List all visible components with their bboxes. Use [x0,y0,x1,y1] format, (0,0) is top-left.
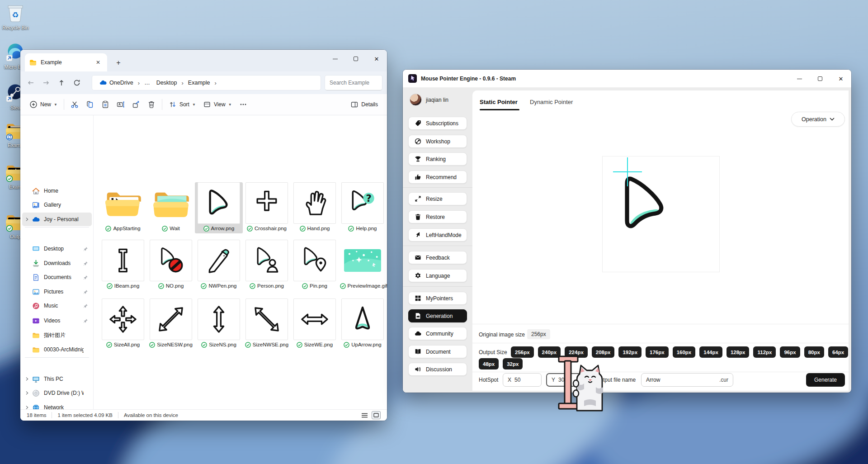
file-tile-nwpen-png[interactable]: NWPen.png [195,240,243,289]
sidebar-item-videos[interactable]: Videos [22,314,92,327]
steam-sidebar-mypointers-button[interactable]: MyPointers [408,292,467,305]
tab-close-icon[interactable]: ✕ [94,58,103,67]
sidebar-item-gallery[interactable]: Gallery [22,198,92,212]
hotspot-x-input[interactable]: X50 [503,373,542,387]
steam-sidebar-generation-button[interactable]: Generation [408,309,467,322]
output-size-160px-button[interactable]: 160px [673,346,696,358]
paste-button[interactable] [98,97,113,112]
output-size-192px-button[interactable]: 192px [618,346,642,358]
steam-sidebar-recommend-button[interactable]: Recommend [408,170,467,184]
file-tile-sizens-png[interactable]: SizeNS.png [195,298,243,348]
sidebar-item-desktop[interactable]: Desktop [22,242,92,256]
file-tile-hand-png[interactable]: Hand.png [291,182,339,232]
new-tab-button[interactable]: + [113,57,124,69]
steam-maximize-button[interactable] [810,70,830,88]
generate-button[interactable]: Generate [806,373,845,387]
chevron-right-icon[interactable] [22,391,32,395]
tab-static-pointer[interactable]: Static Pointer [480,95,518,109]
steam-sidebar-resize-button[interactable]: Resize [408,192,467,205]
copy-button[interactable] [82,97,98,112]
back-button[interactable] [23,75,38,90]
file-tile-sizenwse-png[interactable]: SizeNWSE.png [243,298,291,348]
steam-sidebar-document-button[interactable]: Document [408,345,467,358]
maximize-button[interactable] [345,50,366,68]
sort-button[interactable]: Sort▼ [165,97,199,112]
file-tile-person-png[interactable]: Person.png [243,240,291,289]
close-button[interactable]: ✕ [366,50,387,68]
steam-sidebar-community-button[interactable]: Community [408,327,467,340]
file-tile-arrow-png[interactable]: Arrow.png [195,182,243,233]
file-tile-sizewe-png[interactable]: SizeWE.png [291,298,339,348]
steam-close-button[interactable]: ✕ [830,70,851,88]
output-size-240px-button[interactable]: 240px [538,346,561,358]
file-tile-appstarting[interactable]: AppStarting [99,182,147,232]
file-tile-sizeall-png[interactable]: SizeAll.png [99,298,147,348]
file-tile-no-png[interactable]: NO.png [147,240,195,289]
steam-sidebar-subscriptions-button[interactable]: Subscriptions [408,117,467,130]
sidebar-item-this-pc[interactable]: This PC [22,372,92,386]
operation-dropdown[interactable]: Operation [791,112,845,127]
more-options-button[interactable] [236,97,251,112]
new-button[interactable]: New▼ [26,97,61,112]
file-tile-crosshair-png[interactable]: Crosshair.png [243,182,291,232]
sidebar-item--[interactable]: 指针图片 [22,328,92,342]
file-tile-wait[interactable]: Wait [147,182,195,232]
output-size-176px-button[interactable]: 176px [646,346,669,358]
output-size-112px-button[interactable]: 112px [753,346,776,358]
output-size-256px-button[interactable]: 256px [511,346,534,358]
refresh-button[interactable] [69,75,85,90]
file-tile-previewimage-gif[interactable]: PreviewImage.gif [339,240,387,289]
sidebar-item-joy-personal[interactable]: Joy - Personal [22,213,92,226]
user-account[interactable]: jiaqian lin [410,94,448,106]
details-button[interactable]: Details [347,97,382,112]
share-button[interactable] [128,97,144,112]
file-tile-help-png[interactable]: ?Help.png [339,182,387,232]
steam-sidebar-feedback-button[interactable]: Feedback [408,251,467,264]
thumbnail-view-toggle[interactable] [372,411,381,419]
tab-dynamic-pointer[interactable]: Dynamic Pointer [530,95,573,109]
output-size-64px-button[interactable]: 64px [828,346,848,358]
up-button[interactable] [54,75,69,90]
output-size-128px-button[interactable]: 128px [726,346,750,358]
breadcrumb-segment[interactable]: Example [185,78,213,87]
sidebar-item-dvd-drive-d-win[interactable]: DVD Drive (D:) Win [22,386,92,400]
output-size-32px-button[interactable]: 32px [503,358,523,369]
minimize-button[interactable] [325,50,345,68]
breadcrumb-segment[interactable]: OneDrive [97,78,136,88]
explorer-tab-example[interactable]: Example ✕ [25,53,107,71]
output-size-96px-button[interactable]: 96px [780,346,800,358]
list-view-toggle[interactable] [360,411,369,419]
delete-button[interactable] [144,97,159,112]
desktop-icon-recycle-bin[interactable]: ♻Recycle Bin [0,3,34,31]
file-tile-sizenesw-png[interactable]: SizeNESW.png [147,298,195,348]
output-size-144px-button[interactable]: 144px [699,346,722,358]
steam-sidebar-restore-button[interactable]: Restore [408,210,467,223]
sidebar-item-pictures[interactable]: Pictures [22,285,92,298]
output-file-name-input[interactable]: Arrow .cur [641,373,733,387]
search-input[interactable] [325,75,382,90]
rename-button[interactable] [113,97,128,112]
steam-sidebar-language-button[interactable]: Language [408,269,467,282]
sidebar-item-home[interactable]: Home [22,184,92,198]
chevron-right-icon[interactable] [22,217,32,222]
steam-sidebar-ranking-button[interactable]: Ranking [408,152,467,166]
breadcrumb-segment[interactable]: … [142,78,153,87]
sidebar-item-documents[interactable]: Documents [22,270,92,284]
cut-button[interactable] [67,97,82,112]
forward-button[interactable] [38,75,54,90]
breadcrumb-segment[interactable]: Desktop [154,78,180,87]
output-size-80px-button[interactable]: 80px [804,346,824,358]
sidebar-item-00030-arcmidnight[interactable]: 00030-ArcMidnight [22,343,92,356]
steam-sidebar-lefthandmode-button[interactable]: LeftHandMode [408,228,467,241]
steam-minimize-button[interactable] [789,70,810,88]
sidebar-item-downloads[interactable]: Downloads [22,256,92,270]
output-size-48px-button[interactable]: 48px [479,358,499,369]
file-tile-pin-png[interactable]: Pin.png [291,240,339,289]
steam-sidebar-discussion-button[interactable]: Discussion [408,363,467,376]
chevron-right-icon[interactable] [22,377,32,381]
file-tile-ibeam-png[interactable]: IBeam.png [99,240,147,289]
sidebar-item-music[interactable]: Music [22,299,92,312]
view-button[interactable]: View▼ [199,97,236,112]
file-tile-uparrow-png[interactable]: UpArrow.png [339,298,387,348]
steam-sidebar-workshop-button[interactable]: Workshop [408,135,467,148]
